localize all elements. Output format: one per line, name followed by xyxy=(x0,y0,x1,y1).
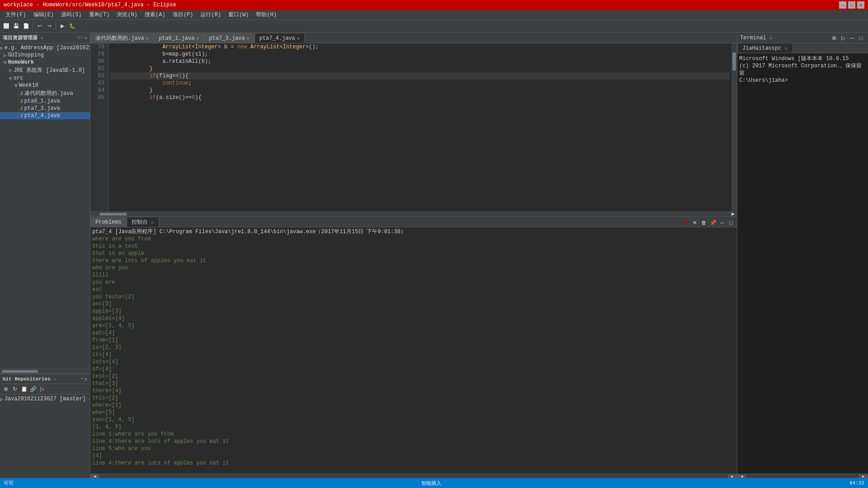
terminal-btn-1[interactable]: ⊕ xyxy=(830,34,838,42)
tab-pta73-close[interactable]: ✕ xyxy=(247,36,250,41)
problems-tab-label: Problems xyxy=(95,219,122,225)
menu-item-s[interactable]: 源码(S) xyxy=(57,10,85,19)
tree-item-pta61[interactable]: J pta6_1.java xyxy=(0,98,90,105)
console-maximize-btn[interactable]: □ xyxy=(727,219,735,227)
console-stop-btn[interactable]: ■ xyxy=(682,219,690,227)
tree-item-homework[interactable]: ▽ HomeWork xyxy=(0,59,90,66)
console-horiz-scrollbar[interactable]: ◀ ▶ xyxy=(90,474,737,478)
console-line-21: that=[3] xyxy=(92,380,735,387)
window-controls[interactable]: ─ □ ✕ xyxy=(839,1,864,9)
console-minimize-btn[interactable]: ─ xyxy=(718,219,726,227)
terminal-line-2: (c) 2017 Microsoft Corporation.。保保留留 xyxy=(739,62,866,77)
console-line-12: apples=[4] xyxy=(92,315,735,322)
console-clear-btn[interactable]: 🗑 xyxy=(700,219,708,227)
tree-item-pta74[interactable]: J pta7_4.java xyxy=(0,112,90,119)
tab-cou[interactable]: 凑代码数用的.java ✕ xyxy=(90,33,154,43)
terminal-controls[interactable]: ⊕ ▷ ─ □ xyxy=(830,34,865,42)
tab-pta74-close[interactable]: ✕ xyxy=(297,36,300,41)
git-close-icon[interactable]: ✕ xyxy=(85,376,87,382)
bottom-panel-controls[interactable]: ■ ✕ 🗑 📌 ─ □ xyxy=(680,219,737,227)
left-horizontal-scrollbar[interactable] xyxy=(0,369,90,373)
scroll-left[interactable]: ◀ xyxy=(90,474,99,478)
code-editor[interactable]: 78 79 80 81 82 83 84 85 ArrayList<Intege… xyxy=(90,43,737,211)
toolbar-btn-2[interactable]: 💾 xyxy=(12,22,21,31)
menu-item-f[interactable]: 文件(F) xyxy=(2,10,30,19)
terminal-btn-2[interactable]: ▷ xyxy=(839,34,847,42)
term-scroll-left[interactable]: ◀ xyxy=(737,474,746,478)
scrollbar-thumb[interactable] xyxy=(732,52,736,70)
scroll-track[interactable] xyxy=(100,475,727,478)
terminal-minimize[interactable]: ─ xyxy=(848,34,856,42)
code-line-83: continue; xyxy=(110,80,730,87)
tree-item-src[interactable]: ▽ src xyxy=(0,75,90,82)
terminal-maximize[interactable]: □ xyxy=(857,34,865,42)
minimize-button[interactable]: ─ xyxy=(839,1,846,9)
maximize-button[interactable]: □ xyxy=(848,1,855,9)
toolbar-btn-1[interactable]: ⬜ xyxy=(2,22,11,31)
menu-item-p[interactable]: 项目(P) xyxy=(169,10,197,19)
console-line-24: where=[1] xyxy=(92,402,735,409)
terminal-subtab-bar: JiaHaitaospc ☆ xyxy=(737,43,868,53)
git-btn-3[interactable]: 📋 xyxy=(20,385,28,393)
git-panel-icons[interactable]: ─ ✕ xyxy=(81,376,87,382)
tab-pta61[interactable]: pta6_1.java ✕ xyxy=(154,33,204,43)
console-line-5: who are you xyxy=(92,264,735,272)
bottom-tab-console[interactable]: 控制台 ☆ xyxy=(127,217,159,227)
console-pin-btn[interactable]: 📌 xyxy=(709,219,717,227)
vertical-scrollbar[interactable] xyxy=(731,43,737,211)
bottom-tab-problems[interactable]: Problems xyxy=(90,217,127,227)
editor-horiz-thumb[interactable] xyxy=(99,213,127,216)
console-line-13: are=[1, 4, 5] xyxy=(92,322,735,329)
close-panel-icon[interactable]: ✕ xyxy=(85,35,87,41)
git-btn-1[interactable]: ⊕ xyxy=(2,385,10,393)
tab-cou-close[interactable]: ✕ xyxy=(146,36,149,41)
menu-item-e[interactable]: 编辑(E) xyxy=(30,10,58,19)
console-line-26: you=[1, 4, 5] xyxy=(92,416,735,423)
terminal-subtab[interactable]: JiaHaitaospc ☆ xyxy=(737,43,793,53)
tree-label: pta7_3.java xyxy=(24,105,60,112)
tree-item-jre[interactable]: ▷ JRE 系统库 [JavaSE-1.8] xyxy=(0,66,90,75)
term-scroll-track[interactable] xyxy=(746,474,859,478)
menu-item-r[interactable]: 运行(R) xyxy=(197,10,225,19)
menu-item-a[interactable]: 搜索(A) xyxy=(141,10,169,19)
tab-pta73[interactable]: pta7_3.java ✕ xyxy=(204,33,254,43)
tab-pta61-close[interactable]: ✕ xyxy=(196,36,199,41)
console-remove-btn[interactable]: ✕ xyxy=(691,219,699,227)
collapse-icon[interactable]: □ xyxy=(77,35,80,41)
tree-item-guishopping[interactable]: ▷ GUIshopping xyxy=(0,52,90,59)
console-line-17: it=[4] xyxy=(92,351,735,358)
git-btn-5[interactable]: ▷ xyxy=(38,385,46,393)
tab-cou-label: 凑代码数用的.java xyxy=(95,34,144,42)
git-expand-icon: ▷ xyxy=(0,396,3,402)
toolbar-btn-debug[interactable]: 🐛 xyxy=(68,22,77,31)
console-line-27: [1, 4, 5] xyxy=(92,423,735,431)
tree-item-week10[interactable]: ▽ Week10 xyxy=(0,82,90,89)
tab-pta74[interactable]: pta7_4.java ✕ xyxy=(255,33,305,43)
terminal-horiz-scrollbar[interactable]: ◀ ▶ xyxy=(737,474,868,478)
tree-item-pta73[interactable]: J pta7_3.java xyxy=(0,105,90,112)
term-scroll-right[interactable]: ▶ xyxy=(859,474,868,478)
git-repo-item[interactable]: ▷ Java201621123027 [master] → xyxy=(0,395,90,403)
panel-icons[interactable]: □ ─ ✕ xyxy=(77,35,87,41)
git-btn-2[interactable]: ↻ xyxy=(11,385,19,393)
toolbar-sep-1 xyxy=(33,22,33,31)
minimize-panel-icon[interactable]: ─ xyxy=(81,35,84,41)
tree-item-cou[interactable]: J 凑代码数用的.java xyxy=(0,89,90,98)
git-minimize-icon[interactable]: ─ xyxy=(81,376,84,382)
editor-horiz-scrollbar[interactable]: ▶ xyxy=(90,211,737,216)
toolbar-btn-5[interactable]: ↪ xyxy=(45,22,54,31)
console-line-1: where are you from xyxy=(92,235,735,243)
toolbar: ⬜ 💾 📄 ↩ ↪ ▶ 🐛 xyxy=(0,20,868,33)
toolbar-btn-4[interactable]: ↩ xyxy=(35,22,44,31)
scroll-right[interactable]: ▶ xyxy=(728,474,737,478)
tree-item-addressapp[interactable]: ▷ e.g. AddressApp [Java201621 xyxy=(0,44,90,52)
toolbar-btn-run[interactable]: ▶ xyxy=(58,22,67,31)
toolbar-btn-3[interactable]: 📄 xyxy=(22,22,31,31)
menu-item-n[interactable]: 浏览(N) xyxy=(113,10,141,19)
git-btn-4[interactable]: 🔗 xyxy=(29,385,37,393)
menu-item-w[interactable]: 窗口(W) xyxy=(225,10,253,19)
console-line-14: eat=[4] xyxy=(92,329,735,337)
close-button[interactable]: ✕ xyxy=(857,1,864,9)
menu-item-h[interactable]: 帮助(H) xyxy=(252,10,280,19)
menu-item-t[interactable]: 重构(T) xyxy=(85,10,113,19)
